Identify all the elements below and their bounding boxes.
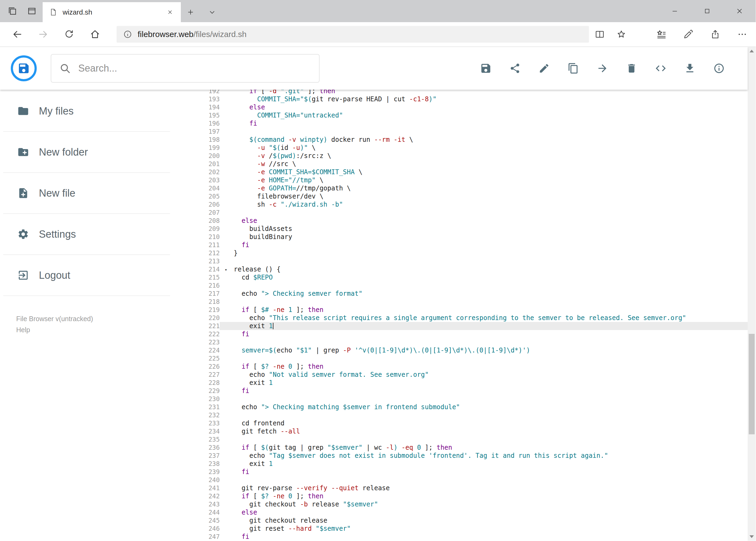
code-line-201[interactable]: 201 -w //src \ — [173, 160, 748, 168]
code-line-233[interactable]: 233 cd frontend — [173, 419, 748, 427]
code-line-224[interactable]: 224 semver=$(echo "$1" | grep -P '^v(0|[… — [173, 346, 748, 354]
code-line-228[interactable]: 228 exit 1 — [173, 379, 748, 387]
download-icon[interactable] — [684, 62, 696, 74]
code-line-207[interactable]: 207 — [173, 209, 748, 217]
rename-pencil-icon[interactable] — [538, 62, 550, 74]
sidebar-item-settings[interactable]: Settings — [3, 214, 170, 255]
code-line-241[interactable]: 241 git rev-parse --verify --quiet relea… — [173, 484, 748, 492]
code-line-227[interactable]: 227 echo "Not valid semver format. See s… — [173, 370, 748, 379]
code-line-232[interactable]: 232 — [173, 411, 748, 419]
code-line-204[interactable]: 204 -e GOPATH=//tmp/gopath \ — [173, 184, 748, 192]
home-icon[interactable] — [82, 22, 108, 47]
scroll-down-arrow-icon[interactable] — [748, 533, 756, 541]
code-line-247[interactable]: 247 fi — [173, 533, 748, 541]
tab-wizard-sh[interactable]: wizard.sh — [43, 2, 181, 22]
maximize-icon[interactable] — [691, 0, 723, 22]
code-line-212[interactable]: 212} — [173, 249, 748, 257]
code-line-218[interactable]: 218 — [173, 297, 748, 306]
code-line-222[interactable]: 222 fi — [173, 330, 748, 338]
code-line-213[interactable]: 213 — [173, 257, 748, 265]
code-line-221[interactable]: 221 exit 1 — [173, 322, 748, 330]
code-line-226[interactable]: 226 if [ $? -ne 0 ]; then — [173, 362, 748, 370]
code-editor[interactable]: 192 if [ -d ".git" ]; then193 COMMIT_SHA… — [173, 90, 748, 541]
code-line-210[interactable]: 210 buildBinary — [173, 233, 748, 241]
code-line-200[interactable]: 200 -v /$(pwd):/src:z \ — [173, 152, 748, 160]
scrollbar-thumb[interactable] — [749, 334, 755, 434]
help-link[interactable]: Help — [16, 324, 173, 335]
code-line-214[interactable]: 214▾release () { — [173, 265, 748, 273]
tab-list-chevron-icon[interactable] — [204, 2, 220, 22]
tab-close-icon[interactable] — [163, 6, 176, 19]
hub-icon[interactable] — [648, 22, 675, 47]
code-line-197[interactable]: 197 — [173, 128, 748, 136]
forward-icon[interactable] — [30, 22, 56, 47]
close-icon[interactable] — [723, 0, 756, 22]
code-line-198[interactable]: 198 $(command -v winpty) docker run --rm… — [173, 136, 748, 144]
code-line-238[interactable]: 238 exit 1 — [173, 460, 748, 468]
set-tabs-aside-icon[interactable] — [5, 3, 19, 19]
code-line-202[interactable]: 202 -e COMMIT_SHA=$COMMIT_SHA \ — [173, 168, 748, 176]
code-line-229[interactable]: 229 fi — [173, 387, 748, 395]
move-arrow-icon[interactable] — [597, 62, 609, 74]
filebrowser-logo-icon[interactable] — [11, 55, 37, 81]
site-info-icon[interactable] — [123, 30, 132, 39]
fold-marker-icon[interactable]: ▾ — [225, 266, 227, 274]
copy-icon[interactable] — [567, 62, 579, 74]
share-icon[interactable] — [509, 62, 521, 74]
code-line-205[interactable]: 205 filebrowser/dev \ — [173, 192, 748, 201]
code-line-216[interactable]: 216 — [173, 281, 748, 289]
code-line-237[interactable]: 237 echo "Tag $semver does not exist in … — [173, 452, 748, 460]
delete-trash-icon[interactable] — [626, 62, 637, 74]
code-line-244[interactable]: 244 else — [173, 508, 748, 516]
info-icon[interactable] — [713, 62, 725, 74]
raw-code-icon[interactable] — [655, 62, 667, 74]
refresh-icon[interactable] — [56, 22, 82, 47]
scroll-up-arrow-icon[interactable] — [748, 47, 756, 55]
code-line-193[interactable]: 193 COMMIT_SHA="$(git rev-parse HEAD | c… — [173, 95, 748, 103]
code-line-231[interactable]: 231 echo "> Checking matching $semver in… — [173, 403, 748, 411]
sidebar-item-new-folder[interactable]: New folder — [3, 132, 170, 173]
reading-view-icon[interactable] — [589, 22, 611, 47]
favorite-star-icon[interactable] — [611, 22, 632, 47]
save-icon[interactable] — [480, 62, 492, 74]
code-line-192[interactable]: 192 if [ -d ".git" ]; then — [173, 90, 748, 95]
code-line-230[interactable]: 230 — [173, 395, 748, 403]
code-line-225[interactable]: 225 — [173, 354, 748, 362]
code-line-199[interactable]: 199 -u "$(id -u)" \ — [173, 144, 748, 152]
new-tab-icon[interactable] — [182, 2, 199, 22]
code-line-209[interactable]: 209 buildAssets — [173, 225, 748, 233]
code-line-217[interactable]: 217 echo "> Checking semver format" — [173, 289, 748, 297]
code-line-243[interactable]: 243 git checkout -b release "$semver" — [173, 500, 748, 508]
code-line-194[interactable]: 194 else — [173, 103, 748, 111]
code-line-215[interactable]: 215 cd $REPO — [173, 273, 748, 281]
address-bar[interactable]: filebrowser.web/files/wizard.sh — [117, 26, 589, 43]
code-line-195[interactable]: 195 COMMIT_SHA="untracked" — [173, 111, 748, 119]
code-line-245[interactable]: 245 git checkout release — [173, 516, 748, 525]
sidebar-item-logout[interactable]: Logout — [3, 255, 170, 296]
back-icon[interactable] — [4, 22, 30, 47]
code-line-220[interactable]: 220 echo "This release script requires a… — [173, 314, 748, 322]
web-note-pen-icon[interactable] — [675, 22, 702, 47]
code-line-203[interactable]: 203 -e HOME="//tmp" \ — [173, 176, 748, 184]
code-line-208[interactable]: 208 else — [173, 217, 748, 225]
code-line-242[interactable]: 242 if [ $? -ne 0 ]; then — [173, 492, 748, 500]
code-line-246[interactable]: 246 git reset --hard "$semver" — [173, 525, 748, 533]
browser-scrollbar[interactable] — [748, 47, 756, 541]
more-options-icon[interactable] — [729, 22, 756, 47]
sidebar-item-my-files[interactable]: My files — [3, 91, 170, 132]
code-line-239[interactable]: 239 fi — [173, 468, 748, 476]
code-line-235[interactable]: 235 — [173, 435, 748, 443]
search-input[interactable] — [78, 63, 319, 74]
minimize-icon[interactable] — [658, 0, 691, 22]
code-line-196[interactable]: 196 fi — [173, 119, 748, 128]
sidebar-item-new-file[interactable]: New file — [3, 173, 170, 214]
search-box[interactable] — [51, 54, 320, 83]
code-line-206[interactable]: 206 sh -c "./wizard.sh -b" — [173, 201, 748, 209]
code-line-211[interactable]: 211 fi — [173, 241, 748, 249]
code-line-240[interactable]: 240 — [173, 476, 748, 484]
code-line-219[interactable]: 219 if [ $# -ne 1 ]; then — [173, 306, 748, 314]
code-line-223[interactable]: 223 — [173, 338, 748, 346]
code-line-234[interactable]: 234 git fetch --all — [173, 427, 748, 435]
share-icon[interactable] — [702, 22, 729, 47]
code-line-236[interactable]: 236 if [ $(git tag | grep "$semver" | wc… — [173, 443, 748, 452]
